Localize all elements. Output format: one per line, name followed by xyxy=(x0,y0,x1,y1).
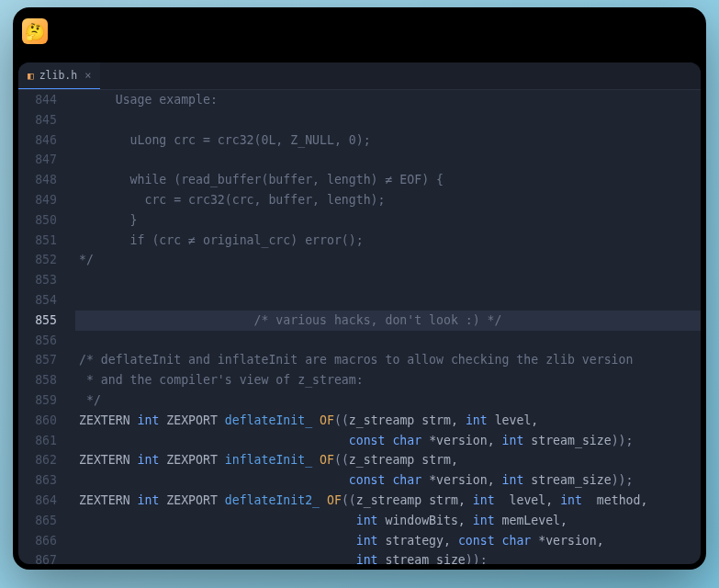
line-number: 855 xyxy=(18,311,57,331)
line-number: 847 xyxy=(18,150,57,170)
code-line[interactable]: ZEXTERN int ZEXPORT deflateInit_ OF((z_s… xyxy=(75,411,701,431)
editor-panel: ◧ zlib.h × 84484584684784884985085185285… xyxy=(18,62,701,564)
line-number: 844 xyxy=(18,90,57,110)
file-header-icon: ◧ xyxy=(28,70,34,82)
line-number: 864 xyxy=(18,491,57,511)
tab-bar: ◧ zlib.h × xyxy=(18,62,701,90)
close-icon[interactable]: × xyxy=(84,69,91,82)
line-number: 849 xyxy=(18,190,57,210)
code-line[interactable]: const char *version, int stream_size)); xyxy=(75,431,701,451)
editor-window: 🤔 ◧ zlib.h × 844845846847848849850851852… xyxy=(13,7,706,570)
code-line[interactable] xyxy=(75,110,701,130)
line-number: 866 xyxy=(18,531,57,551)
tab-filename: zlib.h xyxy=(39,69,78,82)
line-number: 861 xyxy=(18,431,57,451)
line-number: 853 xyxy=(18,270,57,290)
code-line[interactable]: } xyxy=(75,210,701,231)
code-line[interactable]: int windowBits, int memLevel, xyxy=(75,511,701,531)
code-line[interactable]: if (crc ≠ original_crc) error(); xyxy=(75,231,701,251)
line-number: 850 xyxy=(18,210,57,231)
tab-zlib-h[interactable]: ◧ zlib.h × xyxy=(18,62,100,89)
line-number: 851 xyxy=(18,231,57,251)
code-line[interactable]: ZEXTERN int ZEXPORT inflateInit_ OF((z_s… xyxy=(75,450,701,470)
line-number-gutter: 8448458468478488498508518528538548558568… xyxy=(18,90,75,564)
line-number: 862 xyxy=(18,450,57,470)
line-number: 865 xyxy=(18,511,57,531)
code-line[interactable]: /* various hacks, don't look :) */ xyxy=(75,311,701,331)
code-line[interactable] xyxy=(75,290,701,311)
line-number: 848 xyxy=(18,170,57,190)
code-line[interactable]: * and the compiler's view of z_stream: xyxy=(75,370,701,390)
line-number: 852 xyxy=(18,250,57,270)
code-line[interactable] xyxy=(75,270,701,290)
code-line[interactable]: Usage example: xyxy=(75,90,701,110)
code-line[interactable]: crc = crc32(crc, buffer, length); xyxy=(75,190,701,210)
code-line[interactable]: uLong crc = crc32(0L, Z_NULL, 0); xyxy=(75,130,701,151)
line-number: 867 xyxy=(18,550,57,564)
app-icon-emoji: 🤔 xyxy=(25,22,45,41)
code-line[interactable]: const char *version, int stream_size)); xyxy=(75,470,701,491)
code-area[interactable]: 8448458468478488498508518528538548558568… xyxy=(18,90,701,564)
code-line[interactable]: /* deflateInit and inflateInit are macro… xyxy=(75,350,701,370)
line-number: 856 xyxy=(18,331,57,351)
code-line[interactable]: int strategy, const char *version, xyxy=(75,531,701,551)
code-line[interactable]: while (read_buffer(buffer, length) ≠ EOF… xyxy=(75,170,701,190)
line-number: 846 xyxy=(18,130,57,151)
code-line[interactable]: */ xyxy=(75,250,701,270)
code-line[interactable] xyxy=(75,150,701,170)
line-number: 854 xyxy=(18,290,57,311)
code-content[interactable]: Usage example: uLong crc = crc32(0L, Z_N… xyxy=(75,90,701,564)
code-line[interactable]: int stream_size)); xyxy=(75,550,701,564)
code-line[interactable]: */ xyxy=(75,390,701,411)
line-number: 860 xyxy=(18,411,57,431)
line-number: 857 xyxy=(18,350,57,370)
code-line[interactable]: ZEXTERN int ZEXPORT deflateInit2_ OF((z_… xyxy=(75,491,701,511)
line-number: 858 xyxy=(18,370,57,390)
window-titlebar[interactable]: 🤔 xyxy=(13,7,706,55)
line-number: 845 xyxy=(18,110,57,130)
line-number: 859 xyxy=(18,390,57,411)
app-icon: 🤔 xyxy=(22,18,48,44)
line-number: 863 xyxy=(18,470,57,491)
code-line[interactable] xyxy=(75,331,701,351)
